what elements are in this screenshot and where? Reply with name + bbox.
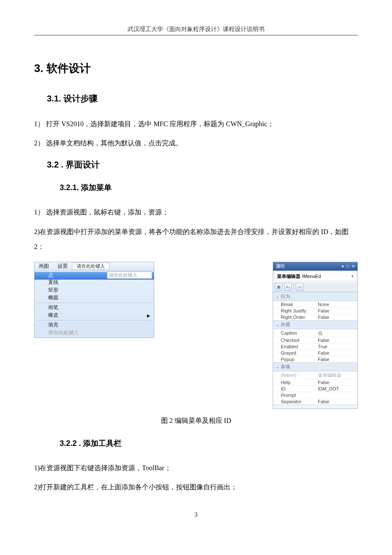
menu-item-placeholder[interactable]: 请在此处键入 xyxy=(35,329,154,337)
category-row-misc[interactable]: ⌄杂项 xyxy=(273,362,357,371)
menu-item[interactable]: 画笔 xyxy=(35,304,154,312)
sort-icon[interactable]: A↓ xyxy=(284,283,292,291)
menu-item[interactable]: 椭圆 xyxy=(35,294,154,302)
paragraph: 1） 打开 VS2010，选择新建项目，选中 MFC 应用程序，标题为 CWN_… xyxy=(34,116,358,131)
property-row[interactable]: PopupFalse xyxy=(273,356,357,362)
chevron-down-icon: ⌄ xyxy=(275,322,280,327)
heading-h2-design-steps: 3.1. 设计步骤 xyxy=(47,93,358,104)
menu-item-label: 填充 xyxy=(48,321,58,329)
properties-grid: Caption点 CheckedFalse EnabledTrue Grayed… xyxy=(273,329,357,362)
properties-toolbar: ▦ A↓ ▭ xyxy=(273,282,357,292)
menu-item-label: 画笔 xyxy=(48,304,58,311)
category-label: 外观 xyxy=(281,321,290,328)
page-icon[interactable]: ▭ xyxy=(296,283,303,291)
menu-separator xyxy=(37,320,151,321)
chevron-down-icon: ⌄ xyxy=(275,294,280,299)
menu-item-label: 请在此处键入 xyxy=(48,329,79,336)
menu-item-label: 椭圆 xyxy=(48,294,58,301)
properties-grid: (Name)菜单编辑器 HelpFalse IDIDM_DOT Prompt S… xyxy=(273,371,357,405)
menu-bar-placeholder[interactable]: 请在此处键入 xyxy=(72,263,110,270)
menu-flyout: 请在此处键入 xyxy=(107,272,154,279)
property-row[interactable]: Caption点 xyxy=(273,329,357,337)
paragraph: 1)在资源视图下右键选择添加资源，ToolBar； xyxy=(34,460,358,475)
properties-panel: 属性 ▾ □ ✕ 菜单编辑器 IMenuEd ▾ ▦ A↓ ▭ ⌄行为 Br xyxy=(273,262,358,409)
heading-h3-add-toolbar: 3.2.2 . 添加工具栏 xyxy=(60,438,358,448)
paragraph: 1） 选择资源视图，鼠标右键，添加，资源； xyxy=(34,205,358,220)
heading-h1: 3. 软件设计 xyxy=(34,61,358,76)
menu-item[interactable]: 直线 xyxy=(35,279,154,286)
combo-label: 菜单编辑器 xyxy=(277,273,300,280)
property-row[interactable]: IDIDM_DOT xyxy=(273,385,357,392)
category-label: 行为 xyxy=(281,293,290,300)
submenu-arrow-icon: ▶ xyxy=(147,313,150,318)
menu-item[interactable]: 矩形 xyxy=(35,286,154,294)
menu-item[interactable]: 填充 xyxy=(35,321,154,329)
property-row[interactable]: BreakNone xyxy=(273,301,357,307)
properties-footer xyxy=(273,405,357,408)
close-icon[interactable]: ✕ xyxy=(352,264,355,269)
menu-dropdown: 点 请在此处键入 直线 矩形 椭圆 画笔 橡皮 ▶ 填充 请在此处键入 xyxy=(35,271,154,338)
page-number: 3 xyxy=(34,512,358,518)
properties-grid: BreakNone Right JustifyFalse Right Order… xyxy=(273,301,357,320)
category-row-appearance[interactable]: ⌄外观 xyxy=(273,320,357,329)
figure-caption: 图 2 编辑菜单及相应 ID xyxy=(34,416,358,425)
chevron-down-icon: ⌄ xyxy=(275,364,280,369)
property-row[interactable]: Prompt xyxy=(273,392,357,398)
menu-separator xyxy=(37,303,151,303)
menu-bar-item[interactable]: 画图 xyxy=(35,263,53,270)
menu-item-label: 直线 xyxy=(48,279,58,286)
property-row[interactable]: HelpFalse xyxy=(273,379,357,385)
toolbar-separator xyxy=(294,284,294,290)
paragraph: 2)打开新建的工具栏，在上面添加各个小按钮，按钮图像自行画出； xyxy=(34,480,358,494)
figure-2: 画图 设置 请在此处键入 点 请在此处键入 直线 矩形 椭圆 画笔 橡皮 ▶ xyxy=(34,262,358,409)
paragraph: 2） 选择单文档结构，其他为默认值，点击完成。 xyxy=(34,136,358,150)
heading-h2-ui-design: 3.2 . 界面设计 xyxy=(47,159,358,171)
combo-value: IMenuEd xyxy=(302,274,321,279)
dropdown-icon[interactable]: ▾ xyxy=(342,264,344,269)
property-row[interactable]: CheckedFalse xyxy=(273,337,357,343)
property-row[interactable]: Right JustifyFalse xyxy=(273,307,357,314)
property-row[interactable]: Right OrderFalse xyxy=(273,314,357,320)
property-row: (Name)菜单编辑器 xyxy=(273,371,357,379)
heading-h3-add-menu: 3.2.1. 添加菜单 xyxy=(60,182,358,193)
maximize-icon[interactable]: □ xyxy=(346,264,349,269)
menu-item-label: 矩形 xyxy=(48,286,58,294)
menu-bar-item[interactable]: 设置 xyxy=(53,263,72,270)
category-label: 杂项 xyxy=(281,364,290,370)
menu-item[interactable]: 橡皮 ▶ xyxy=(35,312,154,319)
menu-item-label: 橡皮 xyxy=(48,312,58,319)
properties-title: 属性 xyxy=(276,263,285,269)
property-row[interactable]: EnabledTrue xyxy=(273,343,357,350)
menu-editor-panel: 画图 设置 请在此处键入 点 请在此处键入 直线 矩形 椭圆 画笔 橡皮 ▶ xyxy=(34,262,154,338)
menu-item-label: 点 xyxy=(48,272,53,279)
properties-object-combo[interactable]: 菜单编辑器 IMenuEd ▾ xyxy=(274,272,357,281)
page-header: 武汉理工大学《面向对象程序设计》课程设计说明书 xyxy=(34,26,358,35)
paragraph: 2)在资源视图中打开添加的菜单资源，将各个功能的名称添加进去并合理安排，并设置好… xyxy=(34,224,358,254)
category-row-behavior[interactable]: ⌄行为 xyxy=(273,292,357,301)
property-row[interactable]: SeparatorFalse xyxy=(273,398,357,405)
categorized-icon[interactable]: ▦ xyxy=(275,283,282,291)
menu-bar: 画图 设置 请在此处键入 xyxy=(35,262,154,271)
chevron-down-icon: ▾ xyxy=(352,274,354,278)
property-row[interactable]: GrayedFalse xyxy=(273,350,357,356)
properties-titlebar: 属性 ▾ □ ✕ xyxy=(273,262,357,271)
menu-flyout-placeholder[interactable]: 请在此处键入 xyxy=(107,272,152,279)
